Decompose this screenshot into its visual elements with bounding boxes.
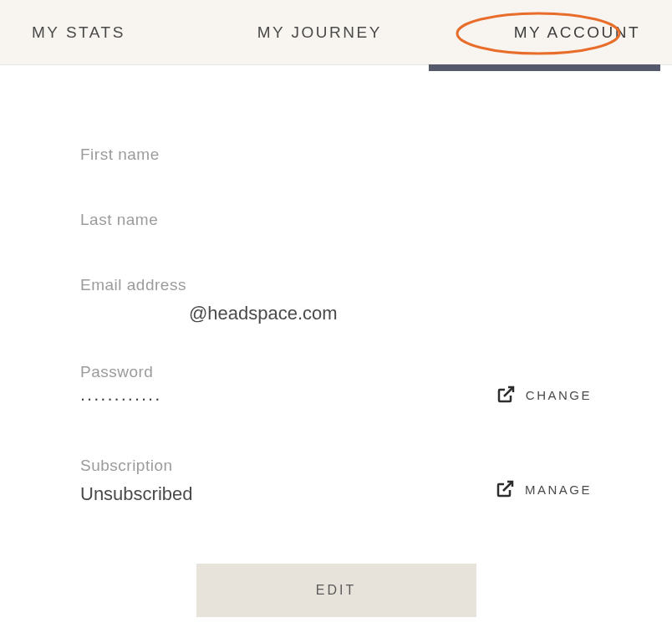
subscription-label: Subscription	[80, 457, 495, 475]
last-name-label: Last name	[80, 211, 592, 229]
edit-button-wrapper: EDIT	[80, 564, 592, 617]
field-password: Password ············ CHANGE	[80, 363, 592, 410]
subscription-value: Unsubscribed	[80, 483, 495, 505]
external-link-icon	[495, 479, 515, 499]
field-subscription: Subscription Unsubscribed MANAGE	[80, 457, 592, 505]
first-name-label: First name	[80, 146, 592, 164]
tab-my-stats[interactable]: MY STATS	[32, 23, 125, 42]
password-label: Password	[80, 363, 491, 381]
change-label: CHANGE	[526, 388, 592, 402]
edit-button[interactable]: EDIT	[196, 564, 476, 617]
field-email: Email address @headspace.com	[80, 276, 592, 324]
password-value: ············	[80, 388, 491, 410]
manage-subscription-link[interactable]: MANAGE	[495, 479, 592, 499]
active-tab-underline	[429, 64, 660, 71]
account-form: First name Last name Email address @head…	[0, 65, 672, 617]
external-link-icon	[496, 385, 516, 405]
email-value: @headspace.com	[80, 303, 592, 324]
manage-label: MANAGE	[525, 482, 592, 497]
field-last-name: Last name	[80, 211, 592, 229]
tab-my-account[interactable]: MY ACCOUNT	[514, 23, 640, 42]
top-tabs-nav: MY STATS MY JOURNEY MY ACCOUNT	[0, 0, 672, 65]
tab-my-journey[interactable]: MY JOURNEY	[257, 23, 382, 42]
change-password-link[interactable]: CHANGE	[496, 385, 592, 405]
field-first-name: First name	[80, 146, 592, 164]
email-label: Email address	[80, 276, 592, 294]
